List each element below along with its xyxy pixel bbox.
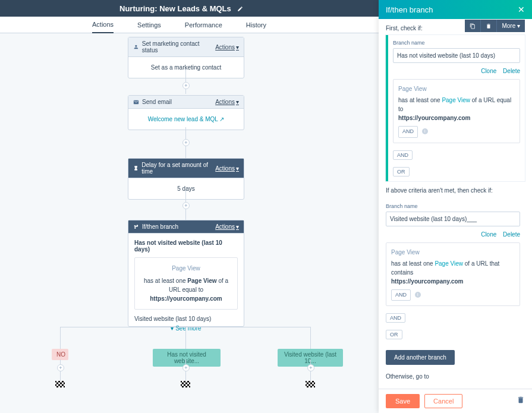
goal-icon [181, 381, 190, 387]
add-action-button[interactable]: + [307, 364, 314, 371]
branch-block-1: Branch name Clone Delete Page View has a… [386, 35, 525, 181]
actions-dropdown[interactable]: Actions ▾ [215, 99, 239, 105]
otherwise-label: Otherwise, go to [386, 373, 525, 380]
goal-icon [55, 381, 65, 387]
mid-check-label: If above criteria aren't met, then check… [386, 187, 525, 194]
workflow-title: Nurturing: New Leads & MQLs [119, 4, 231, 13]
edit-icon[interactable] [237, 3, 243, 14]
add-action-button[interactable]: + [182, 364, 190, 371]
connector [185, 327, 186, 349]
see-more-link[interactable]: ▾ See more [134, 322, 238, 335]
branch-name-input[interactable] [386, 212, 520, 226]
add-action-button[interactable]: + [182, 139, 190, 146]
clone-link[interactable]: Clone [481, 68, 496, 74]
trash-icon[interactable] [517, 396, 525, 406]
branch-condition-title: Has not visited website (last 10 days) [134, 239, 238, 253]
node-if-then-branch[interactable]: If/then branch Actions ▾ Has not visited… [128, 220, 244, 327]
node-header: Set marketing contact status Actions ▾ [128, 37, 244, 57]
branch-links: Clone Delete [386, 231, 520, 238]
page-view-link[interactable]: Page View [435, 260, 463, 267]
node-label: Set marketing contact status [133, 40, 215, 53]
trash-icon [486, 23, 492, 29]
branch-name-input[interactable] [393, 48, 520, 63]
delete-link[interactable]: Delete [503, 231, 520, 238]
branch-links: Clone Delete [393, 68, 520, 74]
add-action-button[interactable]: + [182, 202, 190, 209]
tab-performance[interactable]: Performance [185, 17, 222, 33]
and-pill[interactable]: AND [391, 289, 411, 301]
node-send-email[interactable]: Send email Actions ▾ Welcome new lead & … [128, 95, 244, 130]
actions-dropdown[interactable]: Actions ▾ [215, 44, 239, 51]
filter-card[interactable]: Page View has at least one Page View of … [386, 242, 520, 307]
cancel-button[interactable]: Cancel [424, 394, 462, 408]
connector [310, 327, 311, 349]
and-pill[interactable]: AND [393, 150, 413, 160]
side-panel: If/then branch ✕ First, check if: More ▾… [379, 0, 532, 413]
envelope-icon [133, 99, 139, 105]
otherwise-block: Branch name [386, 383, 525, 389]
panel-header: If/then branch ✕ [379, 0, 532, 19]
close-icon[interactable]: ✕ [518, 5, 525, 14]
node-label: Delay for a set amount of time [133, 162, 215, 175]
or-pill[interactable]: OR [386, 330, 402, 339]
delete-button[interactable] [481, 20, 497, 32]
node-header: Send email Actions ▾ [128, 96, 244, 109]
chevron-down-icon: ▾ [236, 99, 239, 105]
node-label: If/then branch [133, 223, 178, 230]
tab-actions[interactable]: Actions [92, 17, 114, 33]
filter-card[interactable]: Page View has at least one Page View of … [393, 79, 520, 143]
criteria-box: Page View has at least one Page View of … [134, 257, 238, 310]
branch-body: Has not visited website (last 10 days) P… [128, 234, 244, 341]
info-icon[interactable]: i [415, 292, 421, 298]
tab-settings[interactable]: Settings [137, 17, 161, 33]
branch-name-label: Branch name [393, 40, 520, 46]
criteria-heading: Page View [141, 264, 231, 273]
and-pill[interactable]: AND [398, 126, 418, 138]
connector [60, 327, 61, 349]
clone-link[interactable]: Clone [481, 231, 496, 238]
connector [185, 69, 186, 94]
branch-icon [133, 224, 139, 230]
node-body: Set as a marketing contact [128, 57, 244, 78]
node-label: Send email [133, 99, 172, 105]
actions-dropdown[interactable]: Actions ▾ [215, 223, 239, 230]
panel-body: First, check if: More ▾ Branch name Clon… [379, 19, 532, 389]
email-link[interactable]: Welcome new lead & MQL ↗ [148, 116, 225, 122]
node-header: Delay for a set amount of time Actions ▾ [128, 159, 244, 178]
workflow-canvas: Set marketing contact status Actions ▾ S… [0, 33, 379, 413]
page-view-link[interactable]: Page View [442, 97, 470, 103]
panel-toolbar: More ▾ [465, 20, 525, 32]
info-icon[interactable]: i [422, 128, 428, 134]
branch-name-label: Branch name [386, 203, 520, 209]
copy-icon [470, 23, 476, 29]
person-icon [133, 44, 139, 50]
add-action-button[interactable]: + [182, 82, 190, 89]
hourglass-icon [133, 165, 138, 171]
chevron-down-icon: ▾ [236, 165, 239, 172]
and-pill[interactable]: AND [386, 313, 405, 323]
node-body: Welcome new lead & MQL ↗ [128, 109, 244, 130]
panel-title: If/then branch [386, 5, 433, 14]
panel-footer: Save Cancel [379, 389, 532, 413]
save-button[interactable]: Save [386, 394, 420, 408]
branch-label-no[interactable]: NO [52, 349, 68, 360]
filter-heading: Page View [398, 84, 515, 93]
goal-icon [306, 381, 315, 387]
or-pill[interactable]: OR [393, 167, 410, 176]
node-contact-status[interactable]: Set marketing contact status Actions ▾ S… [128, 37, 244, 78]
more-button[interactable]: More ▾ [497, 20, 525, 32]
branch-condition-title-2: Visited website (last 10 days) [134, 316, 238, 322]
add-action-button[interactable]: + [57, 364, 64, 371]
tab-history[interactable]: History [246, 17, 266, 33]
actions-dropdown[interactable]: Actions ▾ [215, 165, 239, 172]
branch-block-2: Branch name Clone Delete Page View has a… [386, 198, 525, 345]
node-delay[interactable]: Delay for a set amount of time Actions ▾… [128, 158, 244, 200]
add-branch-button[interactable]: Add another branch [386, 350, 455, 365]
node-body: 5 days [128, 178, 244, 199]
copy-button[interactable] [465, 20, 481, 32]
delete-link[interactable]: Delete [503, 68, 520, 74]
node-header: If/then branch Actions ▾ [128, 220, 244, 234]
chevron-down-icon: ▾ [236, 44, 239, 51]
filter-heading: Page View [391, 248, 515, 257]
chevron-down-icon: ▾ [236, 223, 239, 230]
